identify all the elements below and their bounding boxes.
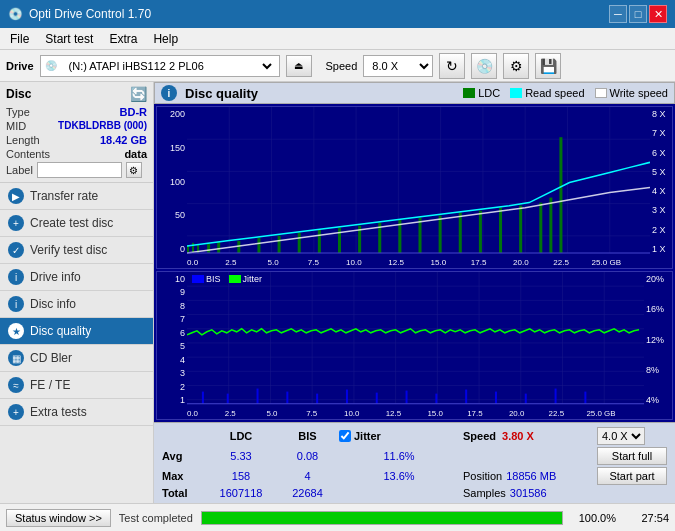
status-window-button[interactable]: Status window >>	[6, 509, 111, 527]
max-ldc: 158	[206, 470, 276, 482]
svg-rect-25	[338, 228, 341, 253]
chart2-y9: 9	[180, 287, 185, 297]
svg-rect-74	[316, 394, 318, 404]
stats-area: LDC BIS Jitter Speed 3.80 X 4.0 X Avg	[154, 422, 675, 503]
avg-jitter: 11.6%	[339, 450, 459, 462]
maximize-button[interactable]: □	[629, 5, 647, 23]
svg-text:10.0: 10.0	[344, 409, 360, 418]
create-test-icon: +	[8, 215, 24, 231]
svg-rect-31	[459, 213, 462, 253]
svg-rect-76	[376, 393, 378, 404]
verify-test-icon: ✓	[8, 242, 24, 258]
chart1-r6x: 6 X	[652, 148, 666, 158]
menu-file[interactable]: File	[4, 31, 35, 47]
speed-select[interactable]: 8.0 X	[363, 55, 433, 77]
menu-start-test[interactable]: Start test	[39, 31, 99, 47]
stats-jitter-header-cell: Jitter	[339, 430, 459, 442]
speed-select2[interactable]: 4.0 X	[597, 427, 645, 445]
save-button[interactable]: 💾	[535, 53, 561, 79]
chart2-y4: 4	[180, 355, 185, 365]
position-cell: Position 18856 MB	[463, 470, 593, 482]
svg-rect-81	[525, 394, 527, 404]
contents-value: data	[124, 148, 147, 160]
svg-rect-73	[286, 392, 288, 404]
disc-refresh-icon[interactable]: 🔄	[130, 86, 147, 102]
disc-quality-icon: ★	[8, 323, 24, 339]
main-area: Disc 🔄 Type BD-R MID TDKBLDRBB (000) Len…	[0, 82, 675, 503]
drive-select[interactable]: (N:) ATAPI iHBS112 2 PL06	[61, 55, 275, 77]
write-speed-legend-label: Write speed	[610, 87, 669, 99]
start-part-button[interactable]: Start part	[597, 467, 667, 485]
cd-bler-label: CD Bler	[30, 351, 72, 365]
svg-text:25.0 GB: 25.0 GB	[592, 258, 622, 267]
bis-legend-color	[192, 275, 204, 283]
menu-extra[interactable]: Extra	[103, 31, 143, 47]
settings-button[interactable]: ⚙	[503, 53, 529, 79]
status-time: 27:54	[624, 512, 669, 524]
svg-text:15.0: 15.0	[427, 409, 443, 418]
sidebar-item-disc-quality[interactable]: ★ Disc quality	[0, 318, 153, 345]
sidebar-item-create-test-disc[interactable]: + Create test disc	[0, 210, 153, 237]
chart1-y100: 100	[170, 177, 185, 187]
svg-text:20.0: 20.0	[513, 258, 529, 267]
max-jitter: 13.6%	[339, 470, 459, 482]
sidebar-item-disc-info[interactable]: i Disc info	[0, 291, 153, 318]
svg-text:7.5: 7.5	[306, 409, 318, 418]
chart1-y0: 0	[180, 244, 185, 254]
chart2-r20: 20%	[646, 274, 664, 284]
svg-text:2.5: 2.5	[225, 258, 237, 267]
read-speed-legend-label: Read speed	[525, 87, 584, 99]
label-edit-icon[interactable]: ⚙	[126, 162, 142, 178]
status-text: Test completed	[119, 512, 193, 524]
ldc-legend-color	[463, 88, 475, 98]
sidebar-item-drive-info[interactable]: i Drive info	[0, 264, 153, 291]
stats-bis-header: BIS	[280, 430, 335, 442]
disc-quality-header: i Disc quality LDC Read speed Write spee…	[154, 82, 675, 104]
chart2-r12: 12%	[646, 335, 664, 345]
sidebar-item-verify-test-disc[interactable]: ✓ Verify test disc	[0, 237, 153, 264]
chart1-r7x: 7 X	[652, 128, 666, 138]
sidebar-item-extra-tests[interactable]: + Extra tests	[0, 399, 153, 426]
total-label: Total	[162, 487, 202, 499]
sidebar-item-fe-te[interactable]: ≈ FE / TE	[0, 372, 153, 399]
extra-tests-icon: +	[8, 404, 24, 420]
cd-bler-icon: ▦	[8, 350, 24, 366]
svg-rect-78	[435, 394, 437, 404]
svg-text:17.5: 17.5	[471, 258, 487, 267]
svg-rect-23	[298, 233, 301, 253]
svg-rect-29	[419, 218, 422, 253]
close-button[interactable]: ✕	[649, 5, 667, 23]
start-full-button[interactable]: Start full	[597, 447, 667, 465]
stats-speed-header: Speed	[463, 430, 496, 442]
chart1-y200: 200	[170, 109, 185, 119]
eject-button[interactable]: ⏏	[286, 55, 312, 77]
start-part-btn-cell: Start part	[597, 467, 667, 485]
chart1-y150: 150	[170, 143, 185, 153]
extra-tests-label: Extra tests	[30, 405, 87, 419]
total-bis: 22684	[280, 487, 335, 499]
chart1-svg: 0.0 2.5 5.0 7.5 10.0 12.5 15.0 17.5 20.0…	[187, 107, 650, 268]
menu-help[interactable]: Help	[147, 31, 184, 47]
chart2-y7: 7	[180, 314, 185, 324]
jitter-checkbox[interactable]	[339, 430, 351, 442]
mid-label: MID	[6, 120, 26, 132]
chart1-y50: 50	[175, 210, 185, 220]
minimize-button[interactable]: ─	[609, 5, 627, 23]
contents-label: Contents	[6, 148, 50, 160]
fe-te-icon: ≈	[8, 377, 24, 393]
app-title: Opti Drive Control 1.70	[29, 7, 151, 21]
write-speed-legend-color	[595, 88, 607, 98]
svg-rect-77	[406, 391, 408, 404]
stats-jitter-header: Jitter	[354, 430, 381, 442]
drive-info-icon: i	[8, 269, 24, 285]
refresh-button[interactable]: ↻	[439, 53, 465, 79]
length-label: Length	[6, 134, 40, 146]
svg-text:12.5: 12.5	[386, 409, 402, 418]
sidebar-item-transfer-rate[interactable]: ▶ Transfer rate	[0, 183, 153, 210]
progress-bar-fill	[202, 512, 562, 524]
read-speed-legend-color	[510, 88, 522, 98]
sidebar-item-cd-bler[interactable]: ▦ CD Bler	[0, 345, 153, 372]
label-input[interactable]	[37, 162, 122, 178]
chart2-y1: 1	[180, 395, 185, 405]
disc-button[interactable]: 💿	[471, 53, 497, 79]
